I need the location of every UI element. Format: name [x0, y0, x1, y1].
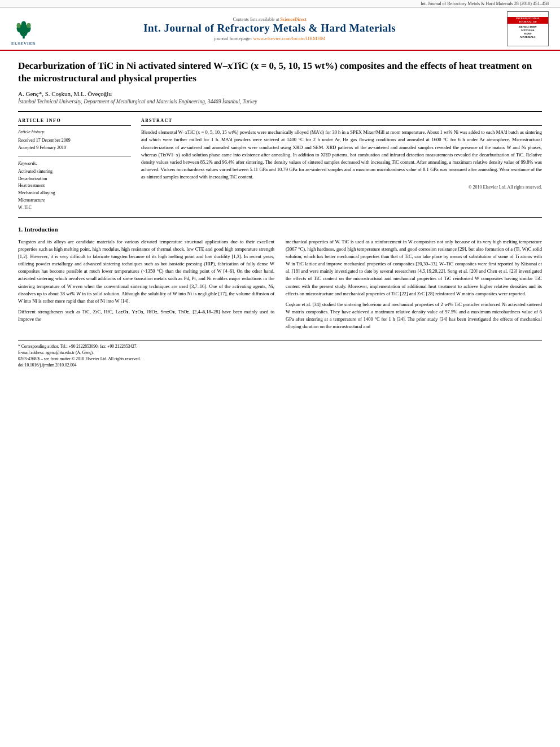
svg-point-5	[16, 23, 20, 28]
affiliation: İstanbul Technical University, Departmen…	[18, 99, 542, 104]
footnote-email: E-mail address: agenc@itu.edu.tr (A. Gen…	[18, 350, 542, 356]
article-title: Decarburization of TiC in Ni activated s…	[18, 60, 542, 85]
intro-para-2: Different strengtheners such as TiC, ZrC…	[18, 308, 274, 323]
journal-header: ELSEVIER Contents lists available at Sci…	[0, 8, 560, 51]
keyword-4: Mechanical alloying	[18, 190, 131, 197]
article-info-section: ARTICLE INFO Article history: Received 1…	[18, 117, 131, 211]
copyright: © 2010 Elsevier Ltd. All rights reserved…	[141, 184, 542, 191]
article-info-abstract: ARTICLE INFO Article history: Received 1…	[18, 117, 542, 211]
authors: A. Genç*, S. Coşkun, M.L. Öveçoğlu	[18, 90, 542, 97]
body-divider	[18, 217, 542, 218]
elsevier-label: ELSEVIER	[11, 41, 36, 46]
intro-para-3: mechanical properties of W. TiC is used …	[286, 238, 542, 298]
keywords-label: Keywords:	[18, 160, 131, 167]
homepage-link[interactable]: www.elsevier.com/locate/IJRMHM	[253, 36, 326, 41]
article-info-header: ARTICLE INFO	[18, 117, 131, 126]
header-divider	[18, 111, 542, 112]
received-date: Received 17 December 2009 Accepted 9 Feb…	[18, 137, 131, 152]
abstract-header: ABSTRACT	[141, 117, 542, 126]
abstract-text: Blended elemental W–xTiC (x = 0, 5, 10, …	[141, 129, 542, 181]
keyword-list: Activated sintering Decarburization Heat…	[18, 168, 131, 212]
journal-header-center: Contents lists available at ScienceDirec…	[36, 17, 504, 41]
toc-label: Contents lists available at ScienceDirec…	[36, 17, 504, 22]
journal-logo-box: INTERNATIONALJOURNAL OF REFRACTORYMETALS…	[507, 11, 549, 46]
intro-para-4: Coşkun et al. [34] studied the sintering…	[286, 301, 542, 331]
page: Int. Journal of Refractory Metals & Hard…	[0, 0, 560, 747]
svg-point-6	[27, 23, 30, 28]
intro-col-right: mechanical properties of W. TiC is used …	[286, 238, 542, 334]
logo-main-text: REFRACTORYMETALS &HARDMATERIALS	[518, 24, 538, 40]
footnote-issn: 0263-4368/$ – see front matter © 2010 El…	[18, 356, 542, 362]
intro-title: 1. Introduction	[18, 226, 542, 233]
svg-point-4	[21, 21, 26, 28]
history-label: Article history:	[18, 129, 131, 136]
intro-body: Tungsten and its alloys are candidate ma…	[18, 238, 542, 334]
logo-red-banner: INTERNATIONALJOURNAL OF	[508, 17, 548, 24]
footnote-doi: doi:10.1016/j.ijrmhm.2010.02.004	[18, 362, 542, 368]
footnote-corresponding: * Corresponding author. Tel.: +90 212285…	[18, 343, 542, 350]
journal-homepage: journal homepage: www.elsevier.com/locat…	[36, 36, 504, 41]
keyword-2: Decarburization	[18, 176, 131, 183]
abstract-column: ABSTRACT Blended elemental W–xTiC (x = 0…	[141, 117, 542, 211]
article-content: Decarburization of TiC in Ni activated s…	[0, 51, 560, 378]
keyword-5: Microstructure	[18, 197, 131, 204]
citation-bar: Int. Journal of Refractory Metals & Hard…	[0, 0, 560, 8]
info-divider	[18, 156, 131, 157]
footnote-area: * Corresponding author. Tel.: +90 212285…	[18, 340, 542, 369]
keyword-6: W–TiC	[18, 204, 131, 212]
journal-logo-area: INTERNATIONALJOURNAL OF REFRACTORYMETALS…	[504, 11, 549, 46]
keyword-3: Heat treatment	[18, 182, 131, 190]
keyword-1: Activated sintering	[18, 168, 131, 176]
intro-para-1: Tungsten and its alloys are candidate ma…	[18, 238, 274, 305]
sciencedirect-link[interactable]: ScienceDirect	[280, 17, 307, 22]
article-info-column: ARTICLE INFO Article history: Received 1…	[18, 117, 131, 211]
abstract-section: ABSTRACT Blended elemental W–xTiC (x = 0…	[141, 117, 542, 191]
intro-col-left: Tungsten and its alloys are candidate ma…	[18, 238, 274, 334]
elsevier-logo: ELSEVIER	[11, 12, 36, 46]
introduction-section: 1. Introduction Tungsten and its alloys …	[18, 226, 542, 334]
citation-text: Int. Journal of Refractory Metals & Hard…	[421, 1, 549, 6]
journal-title: Int. Journal of Refractory Metals & Hard…	[36, 22, 504, 34]
